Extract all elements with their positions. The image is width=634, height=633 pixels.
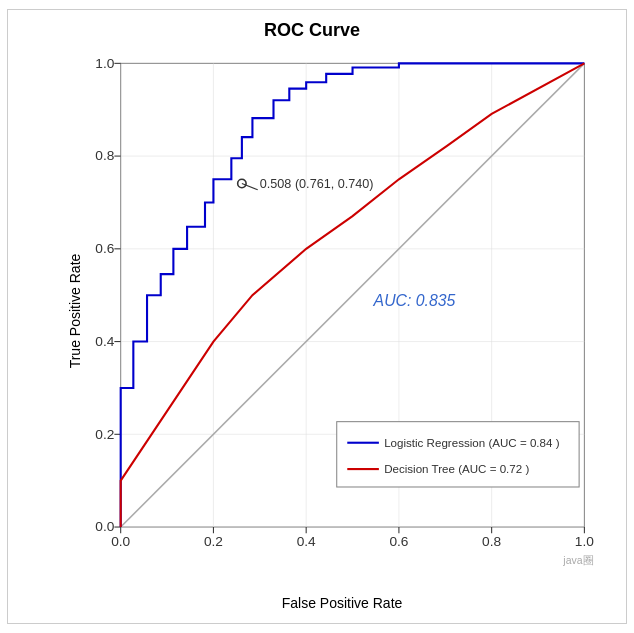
chart-title: ROC Curve [264, 20, 360, 41]
svg-text:0.2: 0.2 [95, 427, 114, 442]
svg-text:0.6: 0.6 [389, 534, 408, 549]
svg-text:1.0: 1.0 [575, 534, 594, 549]
svg-text:0.508 (0.761, 0.740): 0.508 (0.761, 0.740) [260, 177, 374, 191]
svg-text:AUC: 0.835: AUC: 0.835 [373, 292, 456, 309]
svg-text:0.8: 0.8 [95, 148, 114, 163]
svg-text:Logistic Regression (AUC = 0.8: Logistic Regression (AUC = 0.84 ) [384, 437, 560, 449]
svg-text:java圈: java圈 [562, 554, 593, 566]
chart-container: ROC Curve True Positive Rate False Posit… [7, 9, 627, 624]
svg-text:0.6: 0.6 [95, 241, 114, 256]
chart-area: True Positive Rate False Positive Rate 0… [68, 49, 616, 573]
svg-text:1.0: 1.0 [95, 56, 114, 71]
x-axis-label: False Positive Rate [282, 595, 403, 611]
svg-text:0.8: 0.8 [482, 534, 501, 549]
roc-plot: 0.0 0.2 0.4 0.6 0.8 1.0 0.0 0.2 0.4 0.6 … [68, 49, 616, 573]
svg-text:0.4: 0.4 [95, 334, 114, 349]
svg-text:Decision Tree (AUC = 0.72 ): Decision Tree (AUC = 0.72 ) [384, 463, 529, 475]
y-axis-label: True Positive Rate [67, 254, 83, 369]
svg-text:0.0: 0.0 [95, 519, 114, 534]
svg-text:0.0: 0.0 [111, 534, 130, 549]
svg-text:0.2: 0.2 [204, 534, 223, 549]
svg-text:0.4: 0.4 [297, 534, 316, 549]
svg-rect-39 [337, 422, 579, 487]
